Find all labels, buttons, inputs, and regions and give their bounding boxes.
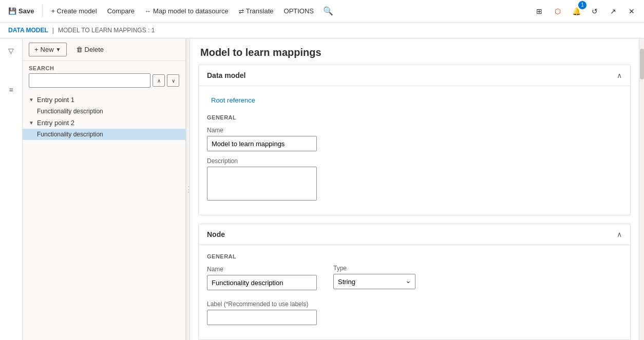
node-section-body: GENERAL Name Type String: [199, 245, 630, 339]
node-form-row: GENERAL Name Type String: [207, 253, 622, 296]
breadcrumb: DATA MODEL | MODEL TO LEARN MAPPINGS : 1: [0, 23, 644, 38]
data-model-collapse-icon: ∧: [617, 71, 622, 79]
node-label-label: Label (*Recommended to use labels): [207, 301, 622, 308]
data-model-description-field: Description: [207, 157, 622, 201]
node-name-field: Name: [207, 266, 317, 290]
search-toolbar-icon: 🔍: [323, 6, 333, 16]
office-icon: ⬡: [555, 7, 561, 15]
data-model-section: Data model ∧ Root reference GENERAL Name…: [198, 65, 631, 215]
translate-button[interactable]: ⇄ Translate: [235, 4, 278, 18]
tree-item-entry-point-2[interactable]: ▼ Entry point 2: [23, 117, 185, 129]
delete-button[interactable]: 🗑 Delete: [71, 43, 109, 56]
node-section-header[interactable]: Node ∧: [199, 224, 630, 245]
notification-count: 1: [578, 1, 586, 9]
toolbar-sep-1: [42, 5, 43, 17]
nav-down-button[interactable]: ∨: [167, 74, 179, 87]
filter-side-button[interactable]: ▽: [3, 43, 20, 59]
delete-trash-icon: 🗑: [76, 46, 83, 53]
close-button[interactable]: ✕: [623, 3, 640, 19]
breadcrumb-data-model-link[interactable]: DATA MODEL: [8, 27, 48, 34]
search-label: SEARCH: [29, 65, 179, 71]
compare-label: Compare: [107, 7, 135, 15]
vertical-scrollbar[interactable]: [639, 38, 644, 340]
options-label: OPTIONS: [284, 7, 314, 15]
node-general-label: GENERAL: [207, 253, 317, 259]
main-layout: ▽ ≡ + New ▼ 🗑 Delete SEARCH ∧: [0, 38, 644, 340]
map-button[interactable]: ↔ Map model to datasource: [141, 4, 233, 18]
translate-icon: ⇄: [239, 8, 244, 15]
node-collapse-icon: ∧: [617, 230, 622, 238]
right-panel: Model to learn mappings Data model ∧ Roo…: [190, 38, 639, 340]
new-label: New: [41, 46, 54, 53]
refresh-button[interactable]: ↺: [586, 3, 603, 19]
compare-button[interactable]: Compare: [103, 4, 139, 18]
filter-icon: ▽: [8, 47, 14, 55]
search-section: SEARCH ∧ ∨: [23, 61, 185, 92]
node-section-title: Node: [207, 230, 225, 238]
search-row: ∧ ∨: [29, 73, 179, 88]
tree-item-func-desc-1[interactable]: Functionality description: [23, 106, 185, 117]
data-model-name-field: Name: [207, 127, 622, 151]
node-type-select-wrapper: String Integer Real Boolean Date DateTim…: [333, 274, 415, 289]
node-right-col: Type String Integer Real Boolean Date Da…: [333, 253, 415, 296]
breadcrumb-current: MODEL TO LEARN MAPPINGS : 1: [58, 27, 155, 34]
node-left-col: GENERAL Name: [207, 253, 317, 296]
search-toolbar-button[interactable]: 🔍: [320, 3, 336, 19]
expand-icon-ep2: ▼: [29, 120, 35, 126]
node-section: Node ∧ GENERAL Name: [198, 224, 631, 340]
grid-icon: ⊞: [536, 7, 542, 15]
breadcrumb-separator: |: [52, 27, 54, 34]
data-model-name-label: Name: [207, 127, 622, 134]
panel-resizer[interactable]: ⋮: [186, 38, 190, 340]
translate-label: Translate: [246, 7, 274, 15]
share-icon: ↗: [610, 7, 616, 15]
create-model-button[interactable]: + Create model: [47, 4, 101, 18]
delete-label: Delete: [85, 46, 104, 53]
save-icon: 💾: [8, 7, 16, 15]
notification-badge: 🔔 1: [568, 3, 584, 19]
tree-item-func-desc-2[interactable]: Functionality description: [23, 129, 185, 140]
data-model-section-header[interactable]: Data model ∧: [199, 65, 630, 86]
scrollbar-thumb: [640, 49, 644, 79]
options-button[interactable]: OPTIONS: [280, 4, 318, 18]
root-reference-link[interactable]: Root reference: [207, 94, 259, 106]
tree-container: ▼ Entry point 1 Functionality descriptio…: [23, 92, 185, 340]
tree-label-func2: Functionality description: [37, 131, 103, 138]
data-model-description-label: Description: [207, 157, 622, 165]
data-model-section-body: Root reference GENERAL Name Description: [199, 86, 630, 215]
tree-label-ep2: Entry point 2: [37, 119, 74, 127]
save-button[interactable]: 💾 Save: [4, 4, 38, 18]
nav-up-button[interactable]: ∧: [153, 74, 165, 87]
left-panel-toolbar: + New ▼ 🗑 Delete: [23, 38, 185, 61]
map-icon: ↔: [145, 8, 151, 15]
node-name-label: Name: [207, 266, 317, 273]
share-button[interactable]: ↗: [605, 3, 621, 19]
new-plus-icon: +: [34, 46, 39, 53]
new-button[interactable]: + New ▼: [29, 43, 67, 56]
tree-item-entry-point-1[interactable]: ▼ Entry point 1: [23, 94, 185, 106]
node-type-select[interactable]: String Integer Real Boolean Date DateTim…: [333, 274, 415, 289]
data-model-name-input[interactable]: [207, 136, 317, 151]
node-name-input[interactable]: [207, 275, 317, 290]
create-model-label: + Create model: [51, 7, 97, 15]
menu-side-button[interactable]: ≡: [3, 82, 20, 98]
data-model-section-title: Data model: [207, 71, 245, 79]
node-label-input[interactable]: [207, 310, 317, 325]
grid-icon-button[interactable]: ⊞: [531, 3, 547, 19]
node-type-field: Type String Integer Real Boolean Date Da…: [333, 265, 415, 289]
side-icons: ▽ ≡: [0, 38, 23, 340]
expand-icon-ep1: ▼: [29, 97, 35, 103]
close-icon: ✕: [629, 7, 635, 15]
save-label: Save: [18, 7, 34, 15]
chevron-up-icon: ∧: [157, 78, 161, 84]
node-label-field: Label (*Recommended to use labels): [207, 301, 622, 325]
tree-label-func1: Functionality description: [37, 108, 103, 115]
office-icon-button[interactable]: ⬡: [550, 3, 566, 19]
data-model-general-label: GENERAL: [207, 114, 622, 121]
page-title: Model to learn mappings: [190, 38, 639, 65]
search-input[interactable]: [29, 73, 150, 88]
map-label: Map model to datasource: [153, 7, 229, 15]
refresh-icon: ↺: [592, 7, 598, 15]
data-model-description-textarea[interactable]: [207, 167, 317, 201]
new-chevron-icon: ▼: [56, 47, 61, 52]
